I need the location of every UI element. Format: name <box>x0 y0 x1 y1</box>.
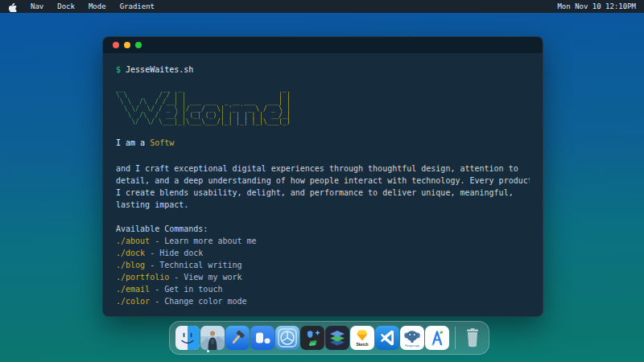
ascii-banner-wrap: __ __ _ _ \ \ / / | | | | \ \ /\ / /__| … <box>116 86 530 127</box>
dock-item-design-assets[interactable] <box>300 326 324 350</box>
finder-icon <box>175 326 200 350</box>
dock-item-xcode[interactable] <box>225 326 250 350</box>
command-color-link[interactable]: ./color <box>116 297 150 306</box>
xcode-hammer-icon <box>225 326 250 350</box>
command-portfolio-link[interactable]: ./portfolio <box>116 273 169 282</box>
command-about-desc: - Learn more about me <box>155 237 256 245</box>
terminal-window: $ JesseWaites.sh __ __ _ _ \ \ / / | | |… <box>102 36 543 317</box>
menu-item-nav[interactable]: Nav <box>31 2 43 10</box>
dock-divider <box>455 327 456 349</box>
command-blog-desc: - Technical writing <box>150 261 242 269</box>
dock-item-developer[interactable] <box>425 326 449 350</box>
running-app-indicator <box>207 350 209 352</box>
dock-item-vscode[interactable] <box>375 326 399 350</box>
testflight-propeller-icon <box>275 326 299 350</box>
menubar-clock[interactable]: Mon Nov 10 12:10PM <box>557 2 636 10</box>
dock-item-sketch[interactable]: Sketch <box>350 326 374 350</box>
profile-photo-icon <box>200 326 225 350</box>
terminal-content: $ JesseWaites.sh __ __ _ _ \ \ / / | | |… <box>103 53 543 317</box>
desktop-background: Nav Dock Mode Gradient Mon Nov 10 12:10P… <box>0 0 644 362</box>
menu-item-gradient[interactable]: Gradient <box>120 2 155 10</box>
menu-item-mode[interactable]: Mode <box>89 2 106 10</box>
dock-item-finder[interactable] <box>175 326 200 350</box>
command-color: ./color- Change color mode <box>116 295 530 307</box>
window-manager-icon <box>250 326 275 350</box>
dock-item-layers[interactable] <box>325 326 349 350</box>
dock-item-trash[interactable] <box>462 326 483 350</box>
command-dock: ./dock- Hide dock <box>116 247 530 259</box>
ascii-welcome-banner: __ __ _ _ \ \ / / | | | | \ \ /\ / /__| … <box>116 86 291 125</box>
command-color-desc: - Change color mode <box>155 297 246 306</box>
apple-logo-icon[interactable] <box>8 2 17 12</box>
developer-a-icon <box>425 326 449 350</box>
dock-item-profile-photo[interactable] <box>200 326 225 350</box>
prompt-line: $ JesseWaites.sh <box>116 64 530 76</box>
layers-stack-icon <box>325 326 349 350</box>
command-dock-link[interactable]: ./dock <box>116 249 145 257</box>
commands-block: Available Commands: ./about- Learn more … <box>116 223 530 307</box>
sketch-label: Sketch <box>356 343 368 347</box>
dock-item-postgres[interactable]: Postgres.app <box>400 326 424 350</box>
bio-paragraph: and I craft exceptional digital experien… <box>116 162 530 211</box>
window-titlebar[interactable] <box>103 37 543 53</box>
dock-item-testflight[interactable] <box>275 326 299 350</box>
command-blog: ./blog- Technical writing <box>116 259 530 271</box>
intro-typed-text: Softw <box>150 138 174 147</box>
menu-bar: Nav Dock Mode Gradient Mon Nov 10 12:10P… <box>0 0 644 13</box>
close-button[interactable] <box>113 42 119 48</box>
commands-header: Available Commands: <box>116 223 530 235</box>
command-email-link[interactable]: ./email <box>116 285 150 294</box>
command-email: ./email- Get in touch <box>116 283 530 295</box>
minimize-button[interactable] <box>124 42 130 48</box>
command-about: ./about- Learn more about me <box>116 235 530 247</box>
sketch-icon: Sketch <box>350 326 374 350</box>
intro-prefix: I am a <box>116 138 150 147</box>
zoom-button[interactable] <box>135 42 142 48</box>
command-email-desc: - Get in touch <box>155 285 222 294</box>
dock-item-window-manager[interactable] <box>250 326 275 350</box>
script-name: JesseWaites.sh <box>126 65 193 74</box>
intro-typing-line: I am a Softw <box>116 137 530 149</box>
command-about-link[interactable]: ./about <box>116 237 150 245</box>
menu-item-dock[interactable]: Dock <box>57 2 75 10</box>
command-blog-link[interactable]: ./blog <box>116 261 145 269</box>
postgres-elephant-icon: Postgres.app <box>400 326 424 350</box>
design-assets-icon <box>300 326 324 350</box>
vscode-icon <box>375 326 399 350</box>
command-portfolio: ./portfolio- View my work <box>116 271 530 283</box>
trash-icon <box>462 326 483 350</box>
command-dock-desc: - Hide dock <box>150 249 203 257</box>
dock: Sketch Postgres.app <box>169 321 489 355</box>
command-portfolio-desc: - View my work <box>174 273 242 282</box>
postgres-label: Postgres.app <box>405 344 419 348</box>
